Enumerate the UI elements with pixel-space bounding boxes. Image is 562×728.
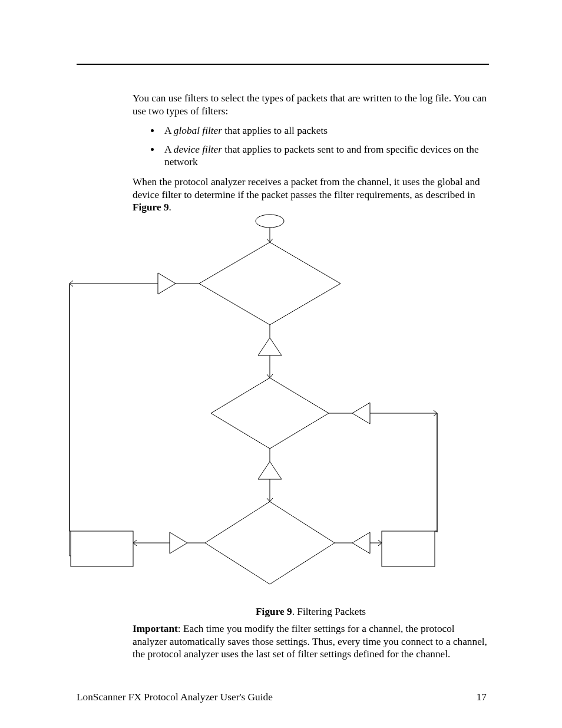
bullet-device-filter: A device filter that applies to packets … xyxy=(161,143,489,169)
paragraph-text: . xyxy=(169,202,171,213)
svg-marker-21 xyxy=(352,532,370,554)
svg-rect-23 xyxy=(382,531,435,566)
document-page: You can use filters to select the types … xyxy=(0,0,562,728)
svg-marker-4 xyxy=(158,273,176,294)
svg-marker-19 xyxy=(205,502,335,584)
svg-marker-11 xyxy=(211,378,329,449)
description-paragraph: When the protocol analyzer receives a pa… xyxy=(133,176,489,214)
header-rule xyxy=(77,64,489,65)
figure-caption: Figure 9. Filtering Packets xyxy=(133,605,489,618)
svg-point-0 xyxy=(256,215,284,228)
bullet-text: that applies to all packets xyxy=(222,125,328,136)
figure-title: . Filtering Packets xyxy=(292,606,366,617)
svg-rect-31 xyxy=(71,531,133,566)
svg-marker-17 xyxy=(258,462,282,479)
page-number: 17 xyxy=(477,691,487,703)
svg-marker-9 xyxy=(258,338,282,355)
figure-number: Figure 9 xyxy=(256,606,292,617)
flowchart-figure xyxy=(64,214,502,597)
intro-paragraph: You can use filters to select the types … xyxy=(133,92,489,117)
bullet-italic: global filter xyxy=(174,125,222,136)
footer-title: LonScanner FX Protocol Analyzer User's G… xyxy=(77,691,273,703)
filter-types-list: A global filter that applies to all pack… xyxy=(133,123,489,174)
svg-marker-2 xyxy=(199,242,340,325)
bullet-global-filter: A global filter that applies to all pack… xyxy=(161,124,489,137)
important-note: Important: Each time you modify the filt… xyxy=(133,622,489,661)
bullet-italic: device filter xyxy=(174,144,222,155)
important-label: Important xyxy=(133,623,178,634)
important-text: : Each time you modify the filter settin… xyxy=(133,623,487,660)
svg-marker-13 xyxy=(352,403,370,424)
figure-reference: Figure 9 xyxy=(133,202,169,213)
bullet-text: A xyxy=(164,144,174,155)
paragraph-text: When the protocol analyzer receives a pa… xyxy=(133,176,480,200)
bullet-text: A xyxy=(164,125,174,136)
svg-marker-29 xyxy=(170,532,187,554)
